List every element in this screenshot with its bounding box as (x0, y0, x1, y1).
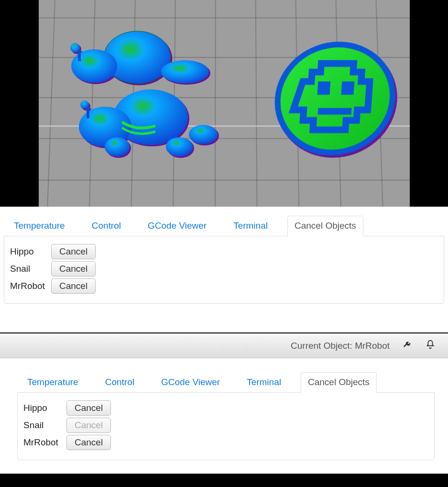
svg-rect-15 (341, 81, 354, 95)
bell-icon[interactable] (425, 339, 436, 352)
tab-body: Hippo Cancel Snail Cancel MrRobot Cancel (4, 236, 444, 304)
tab-cancel-objects[interactable]: Cancel Objects (287, 216, 363, 236)
svg-point-8 (166, 137, 193, 156)
wrench-icon[interactable] (402, 339, 413, 352)
tab-control[interactable]: Control (85, 216, 128, 236)
object-row: Snail Cancel (10, 261, 438, 277)
panel-body: Temperature Control GCode Viewer Termina… (0, 358, 448, 464)
svg-rect-14 (317, 81, 330, 95)
navbar: Current Object: MrRobot (0, 333, 448, 358)
cancel-button-snail[interactable]: Cancel (51, 261, 96, 277)
object-row: MrRobot Cancel (10, 278, 438, 294)
svg-rect-11 (87, 107, 89, 118)
cancel-button-mrrobot[interactable]: Cancel (66, 435, 111, 450)
object-name: Hippo (23, 403, 65, 413)
tab-temperature[interactable]: Temperature (7, 216, 72, 236)
model-hippo (60, 89, 222, 160)
svg-point-2 (161, 60, 209, 83)
svg-point-9 (189, 125, 218, 144)
object-row: Snail Cancel (23, 418, 428, 433)
model-mrrobot (269, 38, 401, 157)
tab-gcode-viewer[interactable]: GCode Viewer (141, 216, 214, 236)
object-name: MrRobot (10, 281, 49, 291)
tab-gcode-viewer[interactable]: GCode Viewer (154, 372, 227, 393)
slicer-viewport (0, 0, 448, 207)
tab-body: Hippo Cancel Snail Cancel MrRobot Cancel (17, 393, 435, 460)
tab-strip: Temperature Control GCode Viewer Termina… (4, 215, 444, 236)
current-object-indicator: Current Object: MrRobot (291, 341, 390, 351)
tab-control[interactable]: Control (98, 372, 142, 393)
object-row: Hippo Cancel (23, 400, 428, 416)
cancel-button-hippo[interactable]: Cancel (51, 244, 96, 259)
cancel-objects-panel-1: Temperature Control GCode Viewer Termina… (0, 207, 448, 311)
object-name: Snail (10, 264, 49, 274)
tab-temperature[interactable]: Temperature (20, 372, 86, 393)
build-plate (39, 0, 410, 207)
cancel-button-snail: Cancel (66, 418, 111, 433)
object-name: MrRobot (23, 437, 65, 448)
cancel-button-mrrobot[interactable]: Cancel (51, 278, 96, 294)
object-row: MrRobot Cancel (23, 435, 428, 450)
object-row: Hippo Cancel (10, 244, 438, 259)
tab-strip: Temperature Control GCode Viewer Termina… (17, 372, 435, 393)
svg-point-7 (105, 137, 130, 156)
svg-rect-16 (317, 108, 351, 115)
svg-rect-4 (78, 50, 81, 61)
object-name: Snail (23, 420, 65, 431)
tab-terminal[interactable]: Terminal (240, 372, 288, 393)
cancel-objects-panel-2: Current Object: MrRobot Temperature Cont… (0, 332, 448, 474)
model-snail (56, 29, 214, 86)
tab-terminal[interactable]: Terminal (226, 216, 275, 236)
tab-cancel-objects[interactable]: Cancel Objects (301, 372, 377, 393)
object-name: Hippo (10, 246, 49, 257)
cancel-button-hippo[interactable]: Cancel (66, 400, 111, 416)
